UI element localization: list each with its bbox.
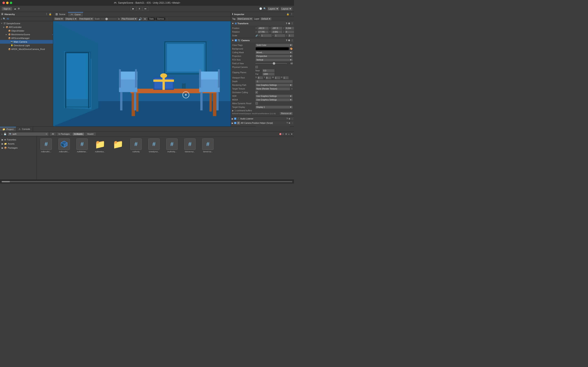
ar-camera-pos-toggle[interactable]: ✓ xyxy=(234,122,236,124)
fov-slider[interactable]: 60 xyxy=(255,62,293,65)
sidebar-assets[interactable]: ▶ 📁 Assets xyxy=(0,142,36,146)
scale-x[interactable] xyxy=(260,34,272,37)
asset-serveraut[interactable]: # ServerAut... xyxy=(200,138,216,153)
asset-iserveraut[interactable]: # IServerAut... xyxy=(182,138,198,153)
sidebar-favorites[interactable]: ▶ ★ Favorites xyxy=(0,138,36,142)
filter-favorites[interactable]: 'Assets' xyxy=(85,133,96,136)
scale-slider[interactable] xyxy=(100,18,117,19)
add-icon[interactable]: + xyxy=(1,133,2,135)
stats-button[interactable]: Stats xyxy=(148,17,155,20)
remove-all-button[interactable]: Remove all xyxy=(280,112,293,115)
hierarchy-item-ardk[interactable]: 📦 ARDK_MockDeviceCamera_Root xyxy=(0,47,53,51)
asset-authority[interactable]: # Authority xyxy=(128,138,144,153)
more-options-icon[interactable]: ⋮ xyxy=(166,18,168,20)
layer-dropdown[interactable]: Default ▼ xyxy=(260,17,272,20)
project-tab[interactable]: 📁 Project xyxy=(0,127,16,131)
vp-x[interactable] xyxy=(258,76,263,79)
settings-icon[interactable]: ⚙ xyxy=(288,118,290,120)
clear-icon[interactable]: ✕ xyxy=(45,133,47,135)
hierarchy-item-arcontroller[interactable]: ▶ 📦 ARController xyxy=(0,25,53,29)
layout-dropdown[interactable]: Layout ▼ xyxy=(281,7,292,11)
minimize-button[interactable] xyxy=(6,2,9,4)
sign-in-button[interactable]: Sign in xyxy=(2,7,12,11)
console-tab[interactable]: ⚠ Console xyxy=(16,127,33,131)
filter-assets[interactable]: In Assets xyxy=(72,133,85,136)
scene-tab[interactable]: 🖼 Scene xyxy=(53,12,68,17)
filter-packages[interactable]: In Packages xyxy=(57,133,72,136)
all-filter[interactable]: All xyxy=(7,18,9,20)
hierarchy-lock-icon[interactable]: 🔒 xyxy=(49,13,52,16)
hierarchy-item-samplescene[interactable]: ▼ 🎬 SampleScene ⋮ xyxy=(0,22,53,25)
depth-input[interactable] xyxy=(255,80,293,83)
pos-z[interactable] xyxy=(285,27,294,30)
more-icon[interactable]: ⋮ xyxy=(291,22,293,25)
hierarchy-menu-icon[interactable]: ⋮ xyxy=(45,13,48,16)
filter-all[interactable]: All xyxy=(50,133,56,136)
asset-ardkauth1[interactable]: # ArdkAuthC... xyxy=(38,138,54,153)
display-dd[interactable]: Display 1 ▼ xyxy=(65,17,78,20)
layers-dropdown[interactable]: Layers ▼ xyxy=(268,7,279,11)
vp-y[interactable] xyxy=(266,76,271,79)
game-label-dd[interactable]: Game ▼ xyxy=(54,17,64,20)
play-focused-dd[interactable]: Play Focused ▼ xyxy=(121,17,138,20)
asset-authentica[interactable]: 📁 Authentica... xyxy=(92,138,108,153)
add-btn[interactable]: ⋮ xyxy=(51,22,53,25)
asset-authbehav[interactable]: # AuthBehav... xyxy=(74,138,90,153)
tag-dropdown[interactable]: MainCamera ▼ xyxy=(237,17,253,20)
scale-y[interactable] xyxy=(274,34,285,37)
game-tab[interactable]: 🎮 Game xyxy=(68,12,83,17)
near-input[interactable] xyxy=(262,69,275,72)
scale-z[interactable] xyxy=(288,34,294,37)
more-icon[interactable]: ⋮ xyxy=(291,118,293,120)
more-icon[interactable]: ⋮ xyxy=(291,122,293,124)
help-icon[interactable]: ? xyxy=(286,22,287,25)
clear-flags-dropdown[interactable]: Solid Color ▼ xyxy=(255,44,293,47)
asset-authority2[interactable]: 📁 xyxy=(110,138,126,153)
rot-z[interactable] xyxy=(285,30,294,33)
hierarchy-item-meshinterior[interactable]: ▶ 📦 MeshInteriorScene › xyxy=(0,33,53,36)
transform-header[interactable]: ▼ ⊞ Transform ? ⚙ ⋮ xyxy=(231,21,294,26)
far-input[interactable] xyxy=(262,73,275,76)
save-icon[interactable]: 💾 xyxy=(4,133,7,135)
msaa-dropdown[interactable]: Use Graphics Settings ▼ xyxy=(255,98,293,101)
allow-dynamic-checkbox[interactable] xyxy=(255,102,258,105)
rot-y[interactable] xyxy=(271,30,282,33)
display-grid-btn[interactable]: ⊞ xyxy=(143,17,147,20)
pos-x[interactable] xyxy=(258,27,269,30)
help-icon[interactable]: ? xyxy=(286,39,287,42)
hierarchy-item-objectholder[interactable]: 📦 ObjectHolder xyxy=(0,29,53,33)
help-icon[interactable]: ? xyxy=(286,122,288,124)
fov-axis-dropdown[interactable]: Vertical ▼ xyxy=(255,58,293,61)
pos-y[interactable] xyxy=(271,27,282,30)
asset-ardkauth2[interactable]: ArdkAuthC... xyxy=(56,138,72,153)
list-icon[interactable]: ≡ xyxy=(288,133,290,135)
camera-enabled-toggle[interactable]: ✓ xyxy=(235,39,237,42)
inspector-lock[interactable]: 🔒 xyxy=(286,13,289,16)
play-button[interactable]: ▶ xyxy=(130,7,136,11)
target-display-dropdown[interactable]: Display 1 ▼ xyxy=(255,106,293,109)
sort-icon[interactable]: ⊞ xyxy=(285,133,287,135)
hierarchy-item-arscenemanager[interactable]: 📦 ARSceneManager xyxy=(0,36,53,40)
hierarchy-search[interactable]: 🔍 xyxy=(3,17,6,20)
ar-camera-pos-header[interactable]: ▶ ✓ # AR Camera Position Helper (Script)… xyxy=(231,121,294,125)
occlusion-checkbox[interactable] xyxy=(255,91,258,94)
audio-icon[interactable]: 🔊 xyxy=(138,17,142,21)
scroll-bar[interactable] xyxy=(2,181,292,182)
physical-camera-checkbox[interactable] xyxy=(255,66,258,68)
gizmos-button[interactable]: Gizmos xyxy=(156,17,165,20)
vp-h[interactable] xyxy=(283,76,289,79)
more-icon[interactable]: ⋮ xyxy=(291,39,293,42)
color-picker-icon[interactable]: 🎨 xyxy=(290,48,293,50)
settings-icon[interactable]: ⚙ xyxy=(288,22,290,25)
asset-iauthority[interactable]: # IAuthority... xyxy=(164,138,180,153)
hierarchy-item-maincamera[interactable]: 📷 Main Camera xyxy=(0,40,53,44)
camera-header[interactable]: ▼ ✓ 📷 Camera ? ⚙ ⋮ xyxy=(231,38,294,43)
target-texture-input[interactable] xyxy=(255,87,290,90)
star-icon[interactable]: ★ xyxy=(291,133,293,135)
culling-mask-dropdown[interactable]: Mixed... ▼ xyxy=(255,51,293,54)
close-button[interactable] xyxy=(2,2,5,4)
step-button[interactable]: ⏭ xyxy=(143,7,148,11)
sidebar-packages[interactable]: ▶ 📦 Packages xyxy=(0,146,36,150)
rot-x[interactable] xyxy=(258,30,269,33)
inspector-menu[interactable]: ⋮ xyxy=(291,13,293,16)
